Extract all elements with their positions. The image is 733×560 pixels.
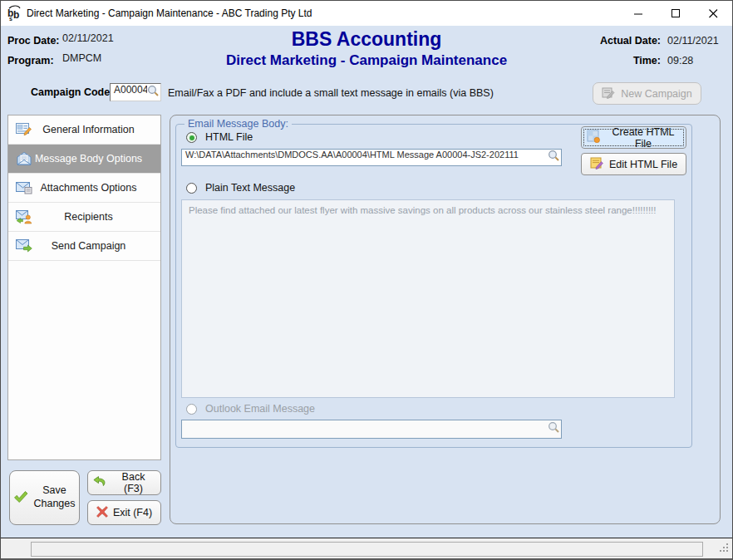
sidebar: General Information Message Body Options… [7,115,161,460]
new-campaign-label: New Campaign [621,88,691,100]
sidebar-item-attachments-options[interactable]: Attachments Options [8,174,160,203]
svg-text:s: s [9,16,12,22]
email-message-body-group: Email Message Body: HTML File W:\DATA\At… [175,124,692,448]
sidebar-item-general-information[interactable]: General Information [8,115,160,145]
search-icon[interactable] [147,85,160,101]
resize-grip[interactable] [718,542,730,557]
outlook-radio-label: Outlook Email Message [205,403,315,415]
campaign-code-field[interactable]: A00004 [110,83,161,101]
create-html-file-button[interactable]: Create HTML File [581,126,686,149]
back-arrow-icon [93,476,106,490]
form-edit-icon [16,122,32,140]
campaign-description: Email/Fax a PDF and include a small text… [168,87,494,99]
app-window: b b s Direct Marketing - Campaign Mainte… [0,0,733,560]
html-file-radio[interactable] [186,132,197,143]
outlook-message-field[interactable] [181,420,562,439]
save-changes-label: Save Changes [33,484,75,510]
back-label: Back (F3) [111,471,155,494]
create-html-file-label: Create HTML File [606,126,681,150]
campaign-code-value: A00004 [111,84,147,101]
title-bar: b b s Direct Marketing - Campaign Mainte… [1,1,732,26]
actual-date-label: Actual Date: [600,35,661,47]
exit-label: Exit (F4) [113,507,152,518]
group-title: Email Message Body: [184,118,292,130]
outlook-message-value [182,420,548,438]
edit-html-file-button[interactable]: Edit HTML File [581,153,686,175]
maximize-icon[interactable] [657,1,695,26]
campaign-code-label: Campaign Code: [31,86,113,98]
check-icon [13,490,28,506]
new-campaign-button[interactable]: New Campaign [593,82,701,105]
screen-title: Direct Marketing - Campaign Maintenance [1,52,732,69]
window-controls [620,1,732,26]
sidebar-item-send-campaign[interactable]: Send Campaign [8,232,160,261]
exit-button[interactable]: Exit (F4) [87,500,161,525]
search-icon[interactable] [548,421,560,437]
html-file-path-field[interactable]: W:\DATA\Attachments\DMDOCS.AA\A00004\HTM… [181,149,562,166]
save-changes-button[interactable]: Save Changes [9,470,80,525]
sidebar-item-recipients[interactable]: Recipients [8,203,160,232]
window-title: Direct Marketing - Campaign Maintenance … [27,1,312,26]
time-value: 09:28 [667,55,724,66]
outlook-radio[interactable] [186,404,197,415]
envelope-send-icon [16,238,32,256]
plain-text-radio[interactable] [186,183,197,194]
plain-text-message-box[interactable]: Please find attached our latest flyer wi… [181,199,675,398]
time-label: Time: [633,55,661,66]
envelope-attachment-icon [16,180,32,198]
open-envelope-icon [16,151,32,169]
app-logo-icon: b b s [7,5,23,22]
edit-file-icon [590,156,604,172]
search-icon[interactable] [548,150,560,165]
header: Proc Date:02/11/2021 Program:DMPCM BBS A… [1,26,732,77]
status-message-box [31,542,703,557]
status-bar [1,538,732,559]
envelope-person-icon [16,209,32,228]
main-panel: Email Message Body: HTML File W:\DATA\At… [170,115,721,524]
edit-html-file-label: Edit HTML File [609,159,677,170]
sidebar-item-message-body-options[interactable]: Message Body Options [8,145,160,174]
new-file-icon [587,130,601,145]
new-campaign-icon [602,86,616,101]
back-button[interactable]: Back (F3) [87,470,161,495]
red-x-icon [96,506,108,520]
minimize-icon[interactable] [620,1,657,26]
html-file-radio-label: HTML File [205,131,253,143]
svg-text:b: b [13,9,19,21]
plain-text-radio-label: Plain Text Message [205,182,295,194]
close-icon[interactable] [695,1,732,26]
html-file-path-value: W:\DATA\Attachments\DMDOCS.AA\A00004\HTM… [182,150,548,165]
actual-date-value: 02/11/2021 [667,35,724,47]
